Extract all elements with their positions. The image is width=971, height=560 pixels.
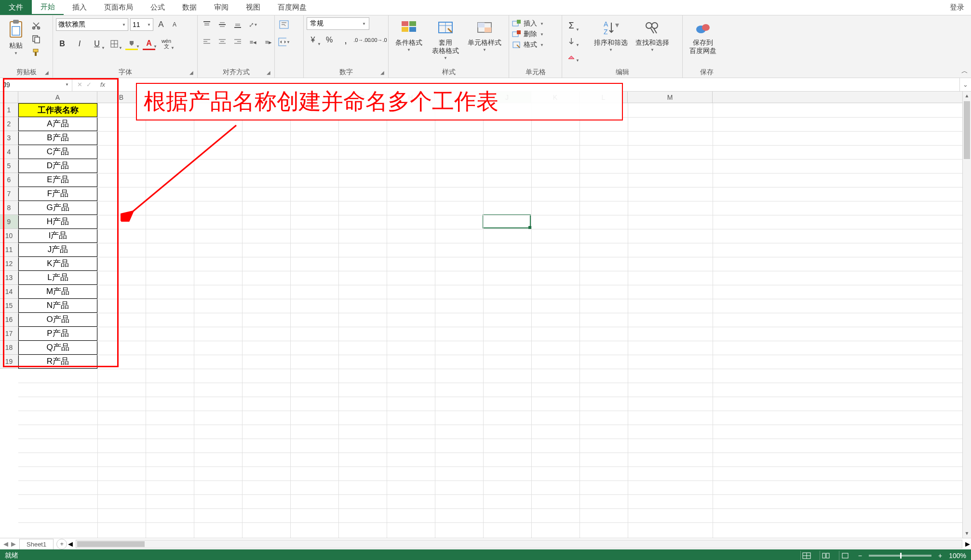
login-link[interactable]: 登录 — [943, 0, 971, 15]
cut-icon[interactable] — [31, 20, 41, 31]
increase-decimal-icon[interactable]: .0→.00 — [356, 34, 368, 46]
row-header[interactable]: 8 — [0, 201, 18, 215]
delete-cells-button[interactable]: 删除▼ — [512, 30, 544, 39]
scroll-thumb[interactable] — [77, 541, 145, 547]
increase-font-icon[interactable]: A — [155, 19, 167, 30]
merge-center-icon[interactable]: ▼ — [278, 36, 290, 48]
align-middle-icon[interactable] — [216, 18, 229, 31]
spreadsheet-grid[interactable]: ABCDEFGHIJKLM 12345678910111213141516171… — [0, 92, 971, 538]
cell[interactable]: Q产品 — [18, 341, 97, 355]
align-right-icon[interactable] — [231, 36, 244, 48]
row-header[interactable]: 2 — [0, 117, 18, 131]
font-name-select[interactable]: 微软雅黑▼ — [56, 18, 128, 31]
name-box[interactable]: J9▼ — [0, 78, 72, 91]
cell[interactable]: N产品 — [18, 299, 97, 313]
cell[interactable]: M产品 — [18, 285, 97, 299]
row-header[interactable]: 14 — [0, 285, 18, 299]
phonetic-button[interactable]: wén文▼ — [160, 38, 173, 50]
format-painter-icon[interactable] — [31, 47, 41, 58]
cell[interactable]: G产品 — [18, 201, 97, 215]
tab-home[interactable]: 开始 — [32, 0, 64, 15]
decrease-font-icon[interactable]: A — [169, 19, 180, 30]
zoom-slider[interactable] — [869, 555, 931, 557]
align-top-icon[interactable] — [201, 18, 213, 31]
cell[interactable]: O产品 — [18, 313, 97, 327]
decrease-decimal-icon[interactable]: .00→.0 — [372, 34, 385, 46]
vertical-scrollbar[interactable]: ▲ ▼ — [962, 92, 971, 538]
decrease-indent-icon[interactable]: ≡◂ — [247, 36, 259, 48]
zoom-in-icon[interactable]: + — [938, 552, 942, 560]
dialog-launcher-icon[interactable]: ◢ — [267, 70, 272, 76]
currency-icon[interactable]: ¥▼ — [307, 34, 319, 46]
cell-styles-button[interactable]: 单元格样式▼ — [465, 17, 504, 53]
row-header[interactable]: 15 — [0, 299, 18, 313]
underline-button[interactable]: U▼ — [91, 38, 103, 50]
cell[interactable]: E产品 — [18, 173, 97, 187]
fill-color-button[interactable]: ▼ — [125, 38, 138, 50]
scroll-thumb[interactable] — [964, 101, 970, 159]
insert-cells-button[interactable]: 插入▼ — [512, 19, 544, 28]
row-header[interactable]: 11 — [0, 243, 18, 257]
format-as-table-button[interactable]: 套用 表格格式▼ — [428, 17, 463, 61]
scroll-left-icon[interactable]: ◀ — [68, 540, 73, 547]
view-page-layout-icon[interactable] — [820, 551, 832, 560]
row-header[interactable]: 3 — [0, 131, 18, 145]
comma-icon[interactable]: , — [339, 34, 352, 46]
tab-view[interactable]: 视图 — [237, 0, 269, 15]
cell[interactable]: F产品 — [18, 187, 97, 201]
copy-icon[interactable] — [31, 34, 41, 44]
cancel-formula-icon[interactable]: ✕ — [77, 81, 82, 88]
sort-filter-button[interactable]: AZ 排序和筛选▼ — [591, 17, 631, 53]
autosum-icon[interactable]: Σ▼ — [565, 19, 578, 32]
tab-formulas[interactable]: 公式 — [142, 0, 174, 15]
tab-data[interactable]: 数据 — [174, 0, 205, 15]
save-cloud-button[interactable]: 保存到 百度网盘 — [686, 17, 720, 56]
row-header[interactable]: 6 — [0, 173, 18, 187]
col-header[interactable]: M — [628, 92, 713, 103]
col-header[interactable]: A — [18, 92, 97, 103]
cell[interactable]: K产品 — [18, 257, 97, 271]
row-header[interactable]: 16 — [0, 313, 18, 327]
font-size-select[interactable]: 11▼ — [130, 18, 153, 31]
row-header[interactable]: 10 — [0, 229, 18, 243]
row-header[interactable]: 9 — [0, 215, 18, 229]
orientation-icon[interactable]: ⤢▼ — [247, 18, 259, 31]
format-cells-button[interactable]: 格式▼ — [512, 40, 544, 49]
cell[interactable]: R产品 — [18, 355, 97, 369]
border-button[interactable]: ▼ — [108, 38, 121, 50]
dialog-launcher-icon[interactable]: ◢ — [189, 70, 195, 76]
cell[interactable]: P产品 — [18, 327, 97, 341]
row-header[interactable]: 12 — [0, 257, 18, 271]
cell[interactable]: H产品 — [18, 215, 97, 229]
formula-expand-icon[interactable]: ⌄ — [959, 78, 971, 91]
zoom-value[interactable]: 100% — [949, 552, 966, 560]
sheet-nav[interactable]: ◀▶ — [0, 540, 19, 547]
tab-review[interactable]: 审阅 — [205, 0, 237, 15]
row-header[interactable]: 7 — [0, 187, 18, 201]
font-color-button[interactable]: A▼ — [143, 38, 155, 50]
conditional-format-button[interactable]: 条件格式▼ — [391, 17, 426, 53]
clear-icon[interactable]: ▼ — [565, 50, 578, 63]
select-all-corner[interactable] — [0, 92, 18, 103]
confirm-formula-icon[interactable]: ✓ — [86, 81, 92, 88]
tab-file[interactable]: 文件 — [0, 0, 32, 15]
wrap-text-icon[interactable] — [278, 18, 290, 31]
row-header[interactable]: 5 — [0, 159, 18, 173]
dialog-launcher-icon[interactable]: ◢ — [45, 70, 51, 76]
dialog-launcher-icon[interactable]: ◢ — [380, 70, 386, 76]
percent-icon[interactable]: % — [323, 34, 336, 46]
italic-button[interactable]: I — [73, 38, 86, 50]
scroll-right-icon[interactable]: ▶ — [965, 540, 970, 547]
cell[interactable]: C产品 — [18, 145, 97, 159]
find-select-button[interactable]: 查找和选择▼ — [633, 17, 672, 53]
view-page-break-icon[interactable] — [839, 551, 851, 560]
row-header[interactable]: 13 — [0, 271, 18, 285]
align-left-icon[interactable] — [201, 36, 213, 48]
row-header[interactable]: 19 — [0, 355, 18, 369]
fx-icon[interactable]: fx — [96, 81, 109, 88]
ribbon-collapse-icon[interactable]: ︿ — [961, 67, 968, 76]
tab-insert[interactable]: 插入 — [64, 0, 95, 15]
sheet-next-icon[interactable]: ▶ — [11, 540, 16, 547]
number-format-select[interactable]: 常规▼ — [307, 17, 369, 30]
cell[interactable]: D产品 — [18, 159, 97, 173]
